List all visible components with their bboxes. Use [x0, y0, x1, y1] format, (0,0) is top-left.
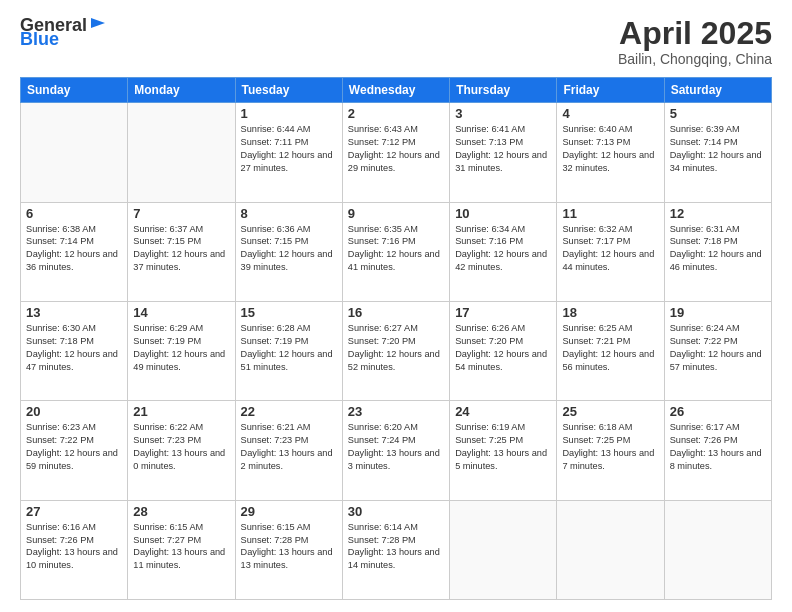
- calendar-week-row: 6Sunrise: 6:38 AM Sunset: 7:14 PM Daylig…: [21, 202, 772, 301]
- table-row: 18Sunrise: 6:25 AM Sunset: 7:21 PM Dayli…: [557, 301, 664, 400]
- table-row: 16Sunrise: 6:27 AM Sunset: 7:20 PM Dayli…: [342, 301, 449, 400]
- day-number: 29: [241, 504, 337, 519]
- table-row: 27Sunrise: 6:16 AM Sunset: 7:26 PM Dayli…: [21, 500, 128, 599]
- logo: General Blue: [20, 16, 107, 48]
- day-number: 12: [670, 206, 766, 221]
- table-row: [557, 500, 664, 599]
- day-number: 19: [670, 305, 766, 320]
- day-info: Sunrise: 6:37 AM Sunset: 7:15 PM Dayligh…: [133, 223, 229, 275]
- day-number: 1: [241, 106, 337, 121]
- day-info: Sunrise: 6:15 AM Sunset: 7:28 PM Dayligh…: [241, 521, 337, 573]
- table-row: 30Sunrise: 6:14 AM Sunset: 7:28 PM Dayli…: [342, 500, 449, 599]
- day-info: Sunrise: 6:28 AM Sunset: 7:19 PM Dayligh…: [241, 322, 337, 374]
- day-number: 2: [348, 106, 444, 121]
- logo-flag-icon: [89, 16, 107, 34]
- day-info: Sunrise: 6:36 AM Sunset: 7:15 PM Dayligh…: [241, 223, 337, 275]
- day-number: 21: [133, 404, 229, 419]
- table-row: 23Sunrise: 6:20 AM Sunset: 7:24 PM Dayli…: [342, 401, 449, 500]
- day-info: Sunrise: 6:15 AM Sunset: 7:27 PM Dayligh…: [133, 521, 229, 573]
- logo-blue: Blue: [20, 30, 59, 48]
- header-saturday: Saturday: [664, 78, 771, 103]
- day-info: Sunrise: 6:41 AM Sunset: 7:13 PM Dayligh…: [455, 123, 551, 175]
- table-row: 10Sunrise: 6:34 AM Sunset: 7:16 PM Dayli…: [450, 202, 557, 301]
- header-friday: Friday: [557, 78, 664, 103]
- day-info: Sunrise: 6:22 AM Sunset: 7:23 PM Dayligh…: [133, 421, 229, 473]
- table-row: 9Sunrise: 6:35 AM Sunset: 7:16 PM Daylig…: [342, 202, 449, 301]
- header-wednesday: Wednesday: [342, 78, 449, 103]
- day-info: Sunrise: 6:14 AM Sunset: 7:28 PM Dayligh…: [348, 521, 444, 573]
- day-number: 30: [348, 504, 444, 519]
- calendar-table: Sunday Monday Tuesday Wednesday Thursday…: [20, 77, 772, 600]
- day-number: 26: [670, 404, 766, 419]
- day-info: Sunrise: 6:21 AM Sunset: 7:23 PM Dayligh…: [241, 421, 337, 473]
- title-block: April 2025 Bailin, Chongqing, China: [618, 16, 772, 67]
- table-row: 1Sunrise: 6:44 AM Sunset: 7:11 PM Daylig…: [235, 103, 342, 202]
- day-info: Sunrise: 6:44 AM Sunset: 7:11 PM Dayligh…: [241, 123, 337, 175]
- day-info: Sunrise: 6:32 AM Sunset: 7:17 PM Dayligh…: [562, 223, 658, 275]
- table-row: 5Sunrise: 6:39 AM Sunset: 7:14 PM Daylig…: [664, 103, 771, 202]
- header: General Blue April 2025 Bailin, Chongqin…: [20, 16, 772, 67]
- day-info: Sunrise: 6:16 AM Sunset: 7:26 PM Dayligh…: [26, 521, 122, 573]
- day-info: Sunrise: 6:25 AM Sunset: 7:21 PM Dayligh…: [562, 322, 658, 374]
- day-info: Sunrise: 6:29 AM Sunset: 7:19 PM Dayligh…: [133, 322, 229, 374]
- calendar-week-row: 13Sunrise: 6:30 AM Sunset: 7:18 PM Dayli…: [21, 301, 772, 400]
- day-info: Sunrise: 6:40 AM Sunset: 7:13 PM Dayligh…: [562, 123, 658, 175]
- day-number: 9: [348, 206, 444, 221]
- day-number: 15: [241, 305, 337, 320]
- day-info: Sunrise: 6:43 AM Sunset: 7:12 PM Dayligh…: [348, 123, 444, 175]
- day-number: 6: [26, 206, 122, 221]
- table-row: 12Sunrise: 6:31 AM Sunset: 7:18 PM Dayli…: [664, 202, 771, 301]
- table-row: [21, 103, 128, 202]
- title-location: Bailin, Chongqing, China: [618, 51, 772, 67]
- table-row: 25Sunrise: 6:18 AM Sunset: 7:25 PM Dayli…: [557, 401, 664, 500]
- day-info: Sunrise: 6:23 AM Sunset: 7:22 PM Dayligh…: [26, 421, 122, 473]
- table-row: 2Sunrise: 6:43 AM Sunset: 7:12 PM Daylig…: [342, 103, 449, 202]
- day-number: 17: [455, 305, 551, 320]
- table-row: 11Sunrise: 6:32 AM Sunset: 7:17 PM Dayli…: [557, 202, 664, 301]
- table-row: 17Sunrise: 6:26 AM Sunset: 7:20 PM Dayli…: [450, 301, 557, 400]
- table-row: [664, 500, 771, 599]
- day-info: Sunrise: 6:31 AM Sunset: 7:18 PM Dayligh…: [670, 223, 766, 275]
- table-row: 6Sunrise: 6:38 AM Sunset: 7:14 PM Daylig…: [21, 202, 128, 301]
- day-info: Sunrise: 6:35 AM Sunset: 7:16 PM Dayligh…: [348, 223, 444, 275]
- table-row: 24Sunrise: 6:19 AM Sunset: 7:25 PM Dayli…: [450, 401, 557, 500]
- day-info: Sunrise: 6:17 AM Sunset: 7:26 PM Dayligh…: [670, 421, 766, 473]
- day-number: 28: [133, 504, 229, 519]
- day-number: 11: [562, 206, 658, 221]
- table-row: 4Sunrise: 6:40 AM Sunset: 7:13 PM Daylig…: [557, 103, 664, 202]
- table-row: 21Sunrise: 6:22 AM Sunset: 7:23 PM Dayli…: [128, 401, 235, 500]
- day-info: Sunrise: 6:38 AM Sunset: 7:14 PM Dayligh…: [26, 223, 122, 275]
- day-info: Sunrise: 6:20 AM Sunset: 7:24 PM Dayligh…: [348, 421, 444, 473]
- day-number: 14: [133, 305, 229, 320]
- calendar-week-row: 1Sunrise: 6:44 AM Sunset: 7:11 PM Daylig…: [21, 103, 772, 202]
- header-monday: Monday: [128, 78, 235, 103]
- day-number: 13: [26, 305, 122, 320]
- table-row: 14Sunrise: 6:29 AM Sunset: 7:19 PM Dayli…: [128, 301, 235, 400]
- day-number: 8: [241, 206, 337, 221]
- calendar-week-row: 27Sunrise: 6:16 AM Sunset: 7:26 PM Dayli…: [21, 500, 772, 599]
- table-row: 8Sunrise: 6:36 AM Sunset: 7:15 PM Daylig…: [235, 202, 342, 301]
- day-number: 20: [26, 404, 122, 419]
- day-number: 18: [562, 305, 658, 320]
- day-number: 22: [241, 404, 337, 419]
- table-row: 28Sunrise: 6:15 AM Sunset: 7:27 PM Dayli…: [128, 500, 235, 599]
- day-number: 25: [562, 404, 658, 419]
- table-row: 22Sunrise: 6:21 AM Sunset: 7:23 PM Dayli…: [235, 401, 342, 500]
- day-number: 7: [133, 206, 229, 221]
- header-sunday: Sunday: [21, 78, 128, 103]
- table-row: 19Sunrise: 6:24 AM Sunset: 7:22 PM Dayli…: [664, 301, 771, 400]
- page: General Blue April 2025 Bailin, Chongqin…: [0, 0, 792, 612]
- table-row: [128, 103, 235, 202]
- day-info: Sunrise: 6:27 AM Sunset: 7:20 PM Dayligh…: [348, 322, 444, 374]
- day-info: Sunrise: 6:26 AM Sunset: 7:20 PM Dayligh…: [455, 322, 551, 374]
- weekday-header-row: Sunday Monday Tuesday Wednesday Thursday…: [21, 78, 772, 103]
- table-row: 15Sunrise: 6:28 AM Sunset: 7:19 PM Dayli…: [235, 301, 342, 400]
- day-info: Sunrise: 6:18 AM Sunset: 7:25 PM Dayligh…: [562, 421, 658, 473]
- day-number: 3: [455, 106, 551, 121]
- day-info: Sunrise: 6:24 AM Sunset: 7:22 PM Dayligh…: [670, 322, 766, 374]
- table-row: 3Sunrise: 6:41 AM Sunset: 7:13 PM Daylig…: [450, 103, 557, 202]
- calendar-week-row: 20Sunrise: 6:23 AM Sunset: 7:22 PM Dayli…: [21, 401, 772, 500]
- day-info: Sunrise: 6:30 AM Sunset: 7:18 PM Dayligh…: [26, 322, 122, 374]
- day-number: 16: [348, 305, 444, 320]
- day-number: 24: [455, 404, 551, 419]
